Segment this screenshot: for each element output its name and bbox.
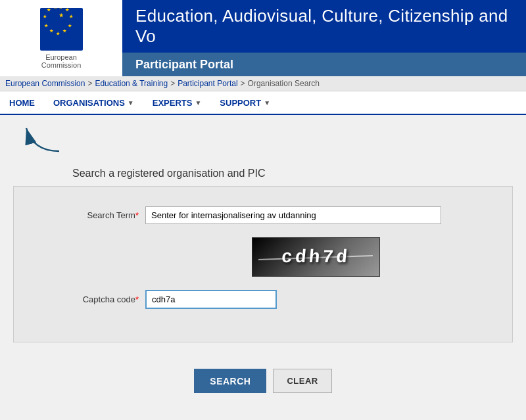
search-term-row: Search Term* — [40, 206, 486, 224]
portal-name: Participant Portal — [135, 58, 233, 72]
search-panel: Search Term* cdh7d Captcha code* — [13, 186, 513, 342]
captcha-image-row: cdh7d — [40, 237, 486, 277]
svg-rect-1 — [45, 13, 78, 45]
header-title-bar: Education, Audiovisual, Culture, Citizen… — [122, 0, 526, 53]
ec-label: European Commission — [41, 53, 82, 69]
clear-button[interactable]: CLEAR — [273, 369, 331, 393]
nav-home[interactable]: HOME — [0, 91, 44, 114]
captcha-label: Captcha code* — [40, 294, 145, 304]
nav-support[interactable]: SUPPORT ▼ — [210, 91, 279, 114]
breadcrumb-education[interactable]: Education & Training — [95, 79, 168, 88]
captcha-image: cdh7d — [252, 237, 380, 277]
captcha-code-input[interactable] — [145, 290, 277, 309]
organisations-dropdown-arrow: ▼ — [128, 99, 134, 106]
annotation-arrow — [0, 115, 526, 154]
breadcrumb-portal[interactable]: Participant Portal — [178, 79, 237, 88]
search-button[interactable]: SEARCH — [194, 369, 266, 393]
buttons-row: SEARCH CLEAR — [0, 356, 526, 400]
annotation-arrow-svg — [7, 118, 72, 154]
breadcrumb-current: Organisation Search — [248, 79, 320, 88]
search-term-input[interactable] — [145, 206, 441, 224]
nav-experts[interactable]: EXPERTS ▼ — [143, 91, 211, 114]
header: European Commission Education, Audiovisu… — [0, 0, 526, 76]
support-dropdown-arrow: ▼ — [264, 99, 270, 106]
captcha-display-text: cdh7d — [281, 247, 351, 268]
ec-logo: European Commission — [0, 0, 122, 76]
search-term-label: Search Term* — [40, 210, 145, 220]
participant-portal-bar: Participant Portal — [122, 53, 526, 76]
main-content: Search a registered organisation and PIC… — [0, 154, 526, 413]
site-title: Education, Audiovisual, Culture, Citizen… — [135, 6, 526, 47]
eu-flag-icon — [40, 8, 83, 51]
page-title: Search a registered organisation and PIC — [0, 161, 526, 186]
nav-organisations[interactable]: ORGANISATIONS ▼ — [44, 91, 143, 114]
captcha-code-row: Captcha code* — [40, 290, 486, 309]
captcha-required-star: * — [135, 294, 139, 304]
experts-dropdown-arrow: ▼ — [195, 99, 201, 106]
navbar: HOME ORGANISATIONS ▼ EXPERTS ▼ SUPPORT ▼ — [0, 91, 526, 115]
breadcrumb-ec[interactable]: European Commission — [5, 79, 85, 88]
search-required-star: * — [135, 210, 139, 220]
breadcrumb: European Commission > Education & Traini… — [0, 76, 526, 91]
